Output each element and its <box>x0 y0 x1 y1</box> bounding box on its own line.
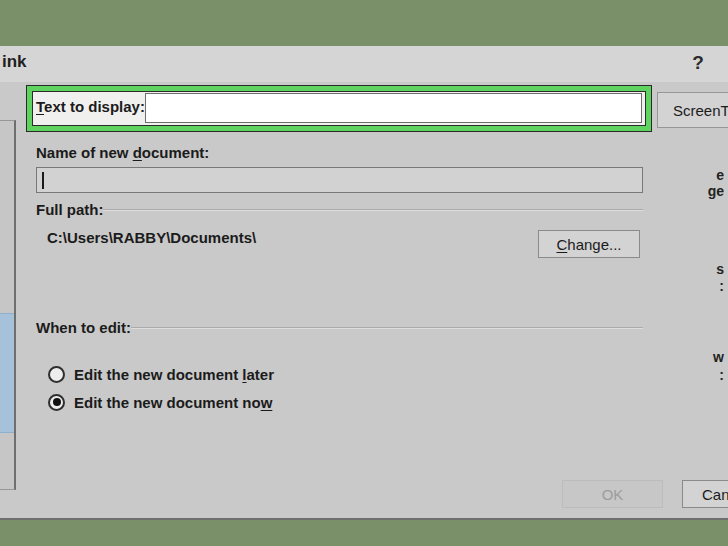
dialog-title: ink <box>2 52 27 72</box>
sidebar-text-fragment: e <box>716 168 724 183</box>
link-to-sidebar <box>0 120 16 490</box>
radio-button[interactable] <box>48 394 65 411</box>
screenshot-canvas: ink ? e ge s : w : Text to display: Scre… <box>0 0 728 546</box>
sidebar-text-fragment: : <box>719 279 724 294</box>
group-separator <box>103 209 643 211</box>
dialog-titlebar <box>0 46 728 82</box>
sidebar-text-fragment: s <box>716 262 724 277</box>
radio-button[interactable] <box>48 366 65 383</box>
sidebar-text-fragment: : <box>719 368 724 383</box>
sidebar-text-fragment: ge <box>708 184 724 199</box>
text-to-display-label: Text to display: <box>36 98 145 115</box>
radio-dot <box>53 398 61 406</box>
full-path-value: C:\Users\RABBY\Documents\ <box>47 229 256 246</box>
radio-edit-now-label: Edit the new document now <box>74 394 272 411</box>
screentip-button[interactable]: ScreenT <box>657 92 728 128</box>
ok-button[interactable]: OK <box>562 480 663 508</box>
change-button[interactable]: Change... <box>538 230 640 258</box>
when-to-edit-label: When to edit: <box>36 319 131 336</box>
sidebar-text-fragment: w <box>713 350 724 365</box>
full-path-label: Full path: <box>36 201 104 218</box>
name-of-document-label: Name of new document: <box>36 144 209 161</box>
help-icon[interactable]: ? <box>686 50 710 76</box>
name-of-document-input[interactable] <box>36 167 643 193</box>
group-separator <box>131 327 643 329</box>
sidebar-item-create-new-document-selected[interactable] <box>0 313 14 433</box>
text-cursor <box>42 172 44 189</box>
radio-edit-later-label: Edit the new document later <box>74 366 274 383</box>
radio-edit-now[interactable]: Edit the new document now <box>48 392 272 412</box>
text-to-display-input[interactable] <box>145 93 642 123</box>
radio-edit-later[interactable]: Edit the new document later <box>48 364 274 384</box>
cancel-button[interactable]: Can <box>682 480 728 508</box>
